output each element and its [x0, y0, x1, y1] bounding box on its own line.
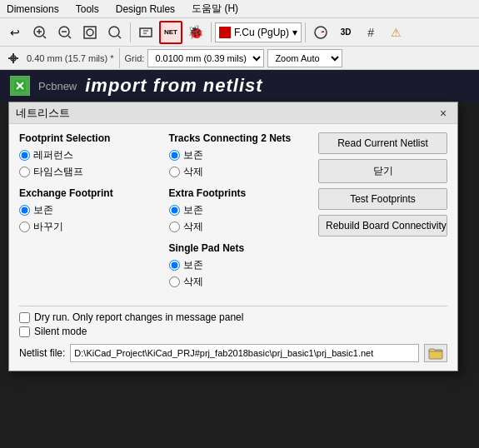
dialog-right-column: Read Current Netlist 닫기 Test Footprints …: [318, 132, 447, 297]
radio-keep-exchange[interactable]: 보존: [19, 203, 161, 217]
extra-footprints-label: Extra Footprints: [169, 187, 311, 199]
layer-dropdown[interactable]: F.Cu (PgUp) ▾: [215, 22, 302, 42]
single-pad-label: Single Pad Nets: [169, 242, 311, 254]
tracks-group: 보존 삭제: [169, 148, 311, 179]
radio-extra-keep[interactable]: 보존: [169, 203, 311, 217]
radio-single-keep[interactable]: 보존: [169, 258, 311, 272]
zoom-out-button[interactable]: [53, 21, 77, 44]
grid-label: Grid:: [125, 53, 145, 63]
canvas-area: Pcbnew import from netlist 네트리스트 × Footp…: [0, 70, 479, 448]
radio-tracks-keep-input[interactable]: [169, 150, 180, 161]
silent-mode-row: Silent mode: [19, 326, 447, 337]
dialog-left-column: Footprint Selection 레퍼런스 타임스탬프 Exchange …: [19, 132, 161, 297]
radio-reference-input[interactable]: [19, 150, 30, 161]
svg-line-3: [43, 36, 46, 38]
app-titlebar: Pcbnew import from netlist: [0, 70, 479, 102]
size-display: 0.40 mm (15.7 mils) *: [27, 53, 114, 63]
grid-toggle-button[interactable]: #: [359, 21, 382, 44]
footprint-selection-label: Footprint Selection: [19, 132, 161, 144]
dialog-title: 네트리스트: [16, 106, 70, 121]
netlist-button[interactable]: NET: [159, 21, 182, 44]
single-pad-group: 보존 삭제: [169, 258, 311, 289]
3d-button[interactable]: 3D: [334, 21, 357, 44]
radio-replace[interactable]: 바꾸기: [19, 220, 161, 234]
menu-design-rules[interactable]: Design Rules: [112, 3, 178, 15]
svg-point-8: [87, 29, 93, 36]
radio-keep-exchange-input[interactable]: [19, 205, 30, 216]
separator-3: [305, 22, 306, 42]
grid-dropdown[interactable]: 0.0100 mm (0.39 mils): [147, 49, 264, 67]
radio-tracks-delete[interactable]: 삭제: [169, 165, 311, 179]
exchange-footprint-label: Exchange Footprint: [19, 187, 161, 199]
dry-run-checkbox[interactable]: [19, 312, 30, 323]
app-title: import from netlist: [85, 75, 262, 97]
radio-timestamp[interactable]: 타임스탬프: [19, 165, 161, 179]
silent-mode-label: Silent mode: [34, 326, 87, 337]
radio-replace-input[interactable]: [19, 222, 30, 232]
svg-rect-11: [140, 28, 152, 37]
radio-tracks-keep[interactable]: 보존: [169, 148, 311, 162]
radio-extra-delete-input[interactable]: [169, 222, 180, 232]
test-footprints-button[interactable]: Test Footprints: [318, 188, 447, 210]
radio-single-delete[interactable]: 삭제: [169, 275, 311, 289]
svg-point-9: [109, 27, 119, 37]
radio-extra-keep-input[interactable]: [169, 205, 180, 216]
browse-button[interactable]: [424, 344, 447, 362]
separator-1: [130, 22, 131, 42]
zoom-fit-button[interactable]: [78, 21, 102, 44]
extra-footprints-group: 보존 삭제: [169, 203, 311, 234]
separator-2: [211, 22, 212, 42]
radio-extra-delete[interactable]: 삭제: [169, 220, 311, 234]
svg-line-6: [68, 36, 71, 38]
tracks-connecting-label: Tracks Connecting 2 Nets: [169, 132, 311, 144]
radio-single-keep-input[interactable]: [169, 260, 180, 271]
exchange-footprint-group: 보존 바꾸기: [19, 203, 161, 234]
menu-dimensions[interactable]: Dimensions: [3, 3, 62, 15]
highlight-button[interactable]: [309, 21, 332, 44]
footprint-selection-group: 레퍼런스 타임스탬프: [19, 148, 161, 179]
zoom-dropdown[interactable]: Zoom Auto: [267, 49, 342, 67]
radio-tracks-delete-input[interactable]: [169, 167, 180, 177]
dialog-close-button[interactable]: ×: [436, 106, 451, 121]
divider: [19, 306, 447, 306]
zoom-in-button[interactable]: [28, 21, 52, 44]
rebuild-button[interactable]: Rebuild Board Connectivity: [318, 215, 447, 236]
app-name: Pcbnew: [38, 80, 77, 92]
dry-run-row: Dry run. Only report changes in message …: [19, 311, 447, 323]
dialog-mid-column: Tracks Connecting 2 Nets 보존 삭제 Extra Foo…: [169, 132, 311, 297]
menu-tools[interactable]: Tools: [72, 3, 102, 15]
main-toolbar: ↩ NET 🐞 F.Cu (PgUp) ▾ 3D # ⚠: [0, 18, 479, 47]
warning-button[interactable]: ⚠: [384, 21, 407, 44]
close-button[interactable]: 닫기: [318, 159, 447, 183]
svg-line-10: [118, 36, 121, 38]
netlist-label: Netlist file:: [19, 347, 65, 359]
something-button[interactable]: [134, 21, 157, 44]
svg-rect-7: [84, 27, 96, 38]
menu-help[interactable]: 도움말 (H): [188, 2, 242, 16]
radio-single-delete-input[interactable]: [169, 276, 180, 287]
netlist-dialog: 네트리스트 × Footprint Selection 레퍼런스 타: [8, 102, 458, 371]
dry-run-label: Dry run. Only report changes in message …: [34, 311, 243, 323]
netlist-path-input[interactable]: [70, 344, 419, 362]
zoom-area-button[interactable]: [103, 21, 127, 44]
dialog-body: Footprint Selection 레퍼런스 타임스탬프 Exchange …: [9, 124, 457, 371]
menu-bar: Dimensions Tools Design Rules 도움말 (H): [0, 0, 479, 18]
read-netlist-button[interactable]: Read Current Netlist: [318, 132, 447, 154]
route-icon-button[interactable]: [3, 48, 23, 68]
netlist-row: Netlist file:: [19, 344, 447, 362]
separator-4: [119, 48, 120, 68]
dialog-columns: Footprint Selection 레퍼런스 타임스탬프 Exchange …: [19, 132, 447, 297]
app-logo: [10, 76, 30, 96]
undo-button[interactable]: ↩: [3, 21, 27, 44]
radio-reference[interactable]: 레퍼런스: [19, 148, 161, 162]
dialog-titlebar: 네트리스트 ×: [9, 102, 457, 124]
debug-button[interactable]: 🐞: [184, 21, 207, 44]
radio-timestamp-input[interactable]: [19, 167, 30, 177]
silent-mode-checkbox[interactable]: [19, 326, 30, 337]
secondary-toolbar: 0.40 mm (15.7 mils) * Grid: 0.0100 mm (0…: [0, 47, 479, 70]
